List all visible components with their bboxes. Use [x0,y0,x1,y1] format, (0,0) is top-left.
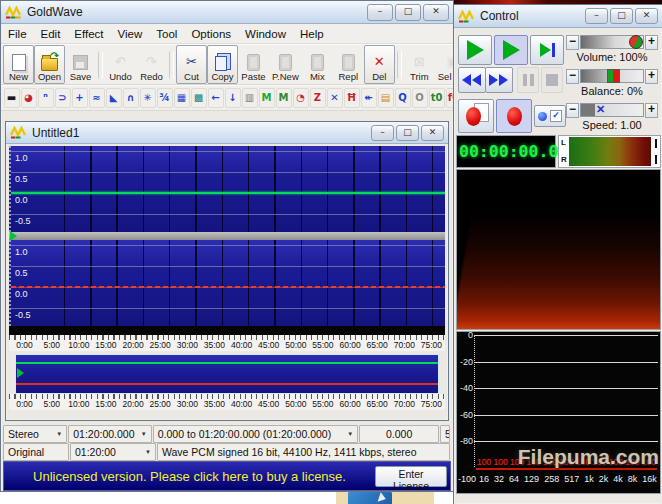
right-channel-waveform[interactable]: 1.00.50.0-0.5 [9,240,445,326]
overview-marker-icon[interactable] [17,368,24,378]
goldwave-titlebar[interactable]: GoldWave – □ ✕ [1,1,453,24]
save-button[interactable]: Save [65,45,96,84]
overview-pane[interactable] [15,354,439,394]
play-button[interactable] [458,35,492,65]
left-channel-waveform[interactable]: 1.00.50.0-0.5 [9,146,445,232]
cut-button[interactable]: ✂ Cut [176,45,207,84]
stop-button[interactable] [541,67,563,93]
max-match-small-icon[interactable]: M [276,88,292,108]
selection-range-select[interactable]: 0.000 to 01:20:00.000 (01:20:00.000)▼ [153,425,359,443]
long-left-arrow-icon[interactable]: ↞ [361,88,377,108]
toolbar-button[interactable] [169,51,174,79]
speed-decrease-button[interactable]: − [566,103,579,118]
speed-track[interactable]: ✕ [580,103,644,117]
o-circle-icon[interactable]: O [412,88,428,108]
volume-track[interactable] [580,35,644,49]
mix-button[interactable]: Mix [302,45,333,84]
menu-item[interactable]: View [111,26,150,42]
record-options-button[interactable]: ✓ [534,105,566,127]
paste-new-button[interactable]: P.New [269,45,302,84]
balance-increase-button[interactable]: + [645,69,658,84]
open-button[interactable]: Open [34,45,65,84]
reverse-arrow-icon[interactable]: ← [208,88,224,108]
pan-gauge-icon[interactable]: ◔ [293,88,309,108]
gauge-effect-icon[interactable]: ◕ [21,88,37,108]
delete-button[interactable]: ✕ Del [364,45,395,84]
menu-item[interactable]: Tool [149,26,184,42]
minus-effect-icon[interactable]: ▬ [4,88,20,108]
menu-item[interactable]: Effect [67,26,110,42]
duration-select[interactable]: 01:20:00▼ [70,443,156,461]
mechanize-flower-icon[interactable]: ✳ [140,88,156,108]
minimize-button[interactable]: – [371,125,394,141]
pause-button[interactable] [517,67,539,93]
plus-arrows-icon[interactable]: + [72,88,88,108]
speed-increase-button[interactable]: + [645,103,658,118]
playback-rate-icon[interactable]: ¾ [157,88,173,108]
rewind-button[interactable] [458,67,486,93]
z-slider-icon[interactable]: Z [310,88,326,108]
volume-slider[interactable]: − + [566,35,658,49]
h-filter-icon[interactable]: Ħ [344,88,360,108]
sequence-grid-icon[interactable]: ▦ [174,88,190,108]
copy-button[interactable]: Copy [207,45,238,84]
max-match-green-icon[interactable]: M [259,88,275,108]
offset-down-icon[interactable]: ↓ [225,88,241,108]
minimize-button[interactable]: – [585,8,608,24]
menu-item[interactable]: Window [238,26,293,42]
balance-slider[interactable]: − + [566,69,658,83]
time-ruler[interactable]: 0:005:0010:0015:0020:0025:0030:0035:0040… [9,335,445,351]
balance-track[interactable] [580,69,644,83]
speed-handle[interactable]: ✕ [595,103,607,115]
menu-item[interactable]: File [1,26,34,42]
license-banner-text[interactable]: Unlicensed version. Please click here to… [4,469,375,484]
noise-x-icon[interactable]: ✕ [327,88,343,108]
menu-item[interactable]: Help [293,26,331,42]
color-bars-icon[interactable]: ▤ [378,88,394,108]
speed-slider[interactable]: − ✕ + [566,103,658,117]
untitled1-titlebar[interactable]: Untitled1 – □ ✕ [6,122,448,144]
channel-separator[interactable] [9,232,445,240]
length-select[interactable]: 01:20:00.000▼ [68,425,152,443]
menu-item[interactable]: Options [184,26,238,42]
selection-strip[interactable] [9,326,445,335]
toolbar-button[interactable] [397,51,402,79]
q-zoom-icon[interactable]: Q [395,88,411,108]
play-selection-button[interactable] [494,35,528,65]
fast-forward-button[interactable] [485,67,513,93]
balance-decrease-button[interactable]: − [566,69,579,84]
replace-button[interactable]: Repl [333,45,364,84]
time-zero-icon[interactable]: t0 [429,88,445,108]
license-banner[interactable]: Unlicensed version. Please click here to… [3,461,451,491]
record-button[interactable] [496,99,532,133]
record-checkbox[interactable]: ✓ [550,110,562,122]
restore-button[interactable]: □ [396,125,419,141]
yx-expression-icon[interactable]: ⁿ [38,88,54,108]
balance-handle[interactable] [607,69,620,83]
close-button[interactable]: ✕ [635,8,658,24]
taskbar-app-icon[interactable] [348,491,392,504]
close-button[interactable]: ✕ [423,4,449,21]
toolbar-button[interactable] [98,51,103,79]
double-grid-icon[interactable]: ▩ [191,88,207,108]
enter-license-button[interactable]: Enter License [375,466,447,487]
record-new-button[interactable] [458,99,494,133]
undo-button[interactable]: ↶ Undo [105,45,136,84]
channel-mode-select[interactable]: Stereo▼ [3,425,67,443]
fire-visualization[interactable] [456,169,661,330]
menu-item[interactable]: Edit [34,26,68,42]
overview-time-ruler[interactable]: 0:005:0010:0015:0020:0025:0030:0035:0040… [9,394,445,410]
waveform-view[interactable]: 1.00.50.0-0.5 1.00.50.0-0.5 0:005:0010:0… [9,146,445,410]
volume-increase-button[interactable]: + [645,35,658,50]
volume-handle[interactable] [629,35,643,49]
doppler-wave-icon[interactable]: ≈ [89,88,105,108]
play-custom-button[interactable] [530,35,564,65]
volume-decrease-button[interactable]: − [566,35,579,50]
bracket-effect-icon[interactable]: ⊃ [55,88,71,108]
maximize-button[interactable]: □ [395,4,421,21]
close-button[interactable]: ✕ [421,125,444,141]
trim-button[interactable]: ⊠ Trim [404,45,435,84]
pitch-arc-icon[interactable]: ∩ [123,88,139,108]
new-button[interactable]: New [3,45,34,84]
equalizer-bars-icon[interactable]: ▥ [242,88,258,108]
